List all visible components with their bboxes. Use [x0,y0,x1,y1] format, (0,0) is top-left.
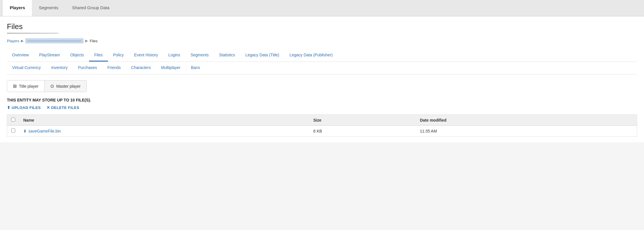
top-tab-segments[interactable]: Segments [32,0,65,16]
file-name-cell: ⬇ saveGameFile.bin [19,126,309,137]
file-limit-text: THIS ENTITY MAY STORE UP TO 10 FILE(S). [7,98,637,102]
download-icon: ⬇ [23,129,27,133]
nav-tab-characters[interactable]: Characters [126,62,156,74]
nav-tab-files[interactable]: Files [89,49,108,62]
nav-tab-logins[interactable]: Logins [163,49,185,62]
title-player-label: Title player [19,84,38,89]
top-tab-bar: Players Segments Shared Group Data [0,0,644,16]
nav-tab-policy[interactable]: Policy [108,49,129,62]
upload-icon: ⬆ [7,105,11,110]
page-title: Files [7,22,637,31]
player-type-buttons: ⊞ Title player ⊙ Master player [7,80,87,92]
breadcrumb-current: Files [90,39,97,43]
nav-tab-segments[interactable]: Segments [185,49,214,62]
entity-section: ⊞ Title player ⊙ Master player THIS ENTI… [0,74,644,142]
nav-tab-legacy-data-publisher[interactable]: Legacy Data (Publisher) [284,49,338,62]
delete-icon: ✕ [47,105,50,110]
file-size-cell: 6 KB [309,126,416,137]
delete-files-label: DELETE FILES [51,106,79,110]
nav-tabs-row1: Overview PlayStream Objects Files Policy… [7,49,637,62]
title-player-button[interactable]: ⊞ Title player [7,80,45,92]
breadcrumb-arrow-1: ▶ [21,39,24,43]
header-name: Name [19,115,309,126]
nav-tab-purchases[interactable]: Purchases [73,62,102,74]
title-player-icon: ⊞ [13,83,17,89]
table-row: ⬇ saveGameFile.bin 6 KB 11:35 AM [7,126,637,137]
nav-tab-bans[interactable]: Bans [186,62,205,74]
breadcrumb-arrow-2: ▶ [85,39,88,43]
nav-tab-multiplayer[interactable]: Multiplayer [156,62,186,74]
nav-tab-friends[interactable]: Friends [102,62,126,74]
nav-tabs-row2: Virtual Currency Inventory Purchases Fri… [7,62,637,74]
row-checkbox[interactable] [11,129,15,133]
table-header-row: Name Size Date modified [7,115,637,126]
files-table: Name Size Date modified ⬇ saveGameFile.b… [7,114,637,137]
breadcrumb: Players ▶ ────────────────────── ▶ Files [7,38,637,43]
master-player-button[interactable]: ⊙ Master player [45,80,86,92]
file-name: saveGameFile.bin [28,129,61,133]
select-all-checkbox[interactable] [11,118,15,122]
nav-tab-playstream[interactable]: PlayStream [34,49,65,62]
nav-tab-virtual-currency[interactable]: Virtual Currency [7,62,46,74]
top-tab-players[interactable]: Players [3,0,32,16]
file-date-cell: 11:35 AM [416,126,637,137]
upload-files-link[interactable]: ⬆ UPLOAD FILES [7,105,41,110]
header-size: Size [309,115,416,126]
nav-tab-objects[interactable]: Objects [65,49,89,62]
master-player-icon: ⊙ [50,83,54,89]
file-actions: ⬆ UPLOAD FILES ✕ DELETE FILES [7,105,637,110]
master-player-label: Master player [56,84,81,89]
header-date-modified: Date modified [416,115,637,126]
breadcrumb-player-id[interactable]: ────────────────────── [25,38,84,43]
header-checkbox-col [7,115,20,126]
nav-tab-overview[interactable]: Overview [7,49,34,62]
row-checkbox-cell [7,126,20,137]
file-name-link[interactable]: ⬇ saveGameFile.bin [23,129,305,133]
nav-tab-event-history[interactable]: Event History [129,49,163,62]
breadcrumb-players-link[interactable]: Players [7,39,19,43]
delete-files-link[interactable]: ✕ DELETE FILES [47,105,79,110]
title-underline [7,33,59,34]
top-tab-shared-group-data[interactable]: Shared Group Data [65,0,116,16]
nav-tab-inventory[interactable]: Inventory [46,62,73,74]
nav-tab-statistics[interactable]: Statistics [214,49,240,62]
upload-files-label: UPLOAD FILES [12,106,41,110]
main-content: Files Players ▶ ────────────────────── ▶… [0,16,644,74]
nav-tab-legacy-data-title[interactable]: Legacy Data (Title) [240,49,285,62]
